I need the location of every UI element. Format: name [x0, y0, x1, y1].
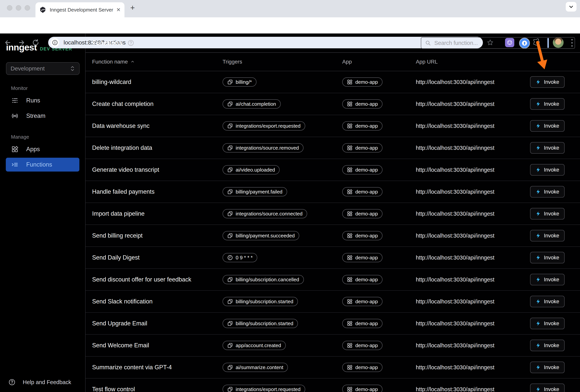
table-row[interactable]: Send Slack notification billing/subscrip…	[86, 291, 580, 313]
trigger-badge[interactable]: integrations/source.connected	[223, 209, 307, 218]
tab-close-icon[interactable]: ✕	[116, 7, 121, 13]
trigger-badge[interactable]: billing/payment.failed	[223, 187, 287, 196]
function-name[interactable]: Send Welcome Email	[92, 342, 223, 349]
app-badge[interactable]: demo-app	[342, 165, 383, 175]
app-badge[interactable]: demo-app	[342, 121, 383, 130]
app-badge[interactable]: demo-app	[342, 363, 383, 372]
table-row[interactable]: Data warehouse sync integrations/export.…	[86, 115, 580, 137]
function-name[interactable]: Create chat completion	[92, 100, 223, 107]
table-row[interactable]: Send Welcome Email app/account.created d…	[86, 335, 580, 357]
table-row[interactable]: Generate video transcript ai/video.uploa…	[86, 159, 580, 181]
column-header-app[interactable]: App	[342, 59, 416, 65]
app-badge[interactable]: demo-app	[342, 385, 383, 392]
app-badge[interactable]: demo-app	[342, 231, 383, 240]
invoke-button[interactable]: Invoke	[530, 318, 565, 329]
table-row[interactable]: billing-wildcard billing/* demo-app http…	[86, 71, 580, 93]
tab-search-button[interactable]	[566, 2, 577, 11]
function-name[interactable]: Delete integration data	[92, 144, 223, 151]
browser-tab[interactable]: Inngest Development Server ✕	[35, 2, 125, 17]
function-name[interactable]: Send billing receipt	[92, 232, 223, 239]
site-info-icon[interactable]	[50, 38, 59, 47]
invoke-button[interactable]: Invoke	[530, 252, 565, 263]
app-badge[interactable]: demo-app	[342, 319, 383, 328]
trigger-badge[interactable]: app/account.created	[223, 341, 286, 350]
function-name[interactable]: Send discount offer for user feedback	[92, 276, 223, 283]
forward-button[interactable]	[17, 38, 26, 47]
function-name[interactable]: Test flow control	[92, 386, 223, 392]
trigger-badge[interactable]: integrations/source.removed	[223, 143, 303, 153]
invoke-button[interactable]: Invoke	[530, 76, 565, 88]
invoke-button[interactable]: Invoke	[530, 230, 565, 241]
page-help-icon[interactable]	[128, 40, 134, 46]
environment-selector[interactable]: Development	[6, 62, 80, 75]
app-badge[interactable]: demo-app	[342, 275, 383, 284]
table-row[interactable]: Test flow control integrations/export.re…	[86, 379, 580, 392]
column-header-function-name[interactable]: Function name	[92, 59, 223, 65]
trigger-badge[interactable]: billing/subscription.cancelled	[223, 275, 304, 284]
invoke-button[interactable]: Invoke	[530, 384, 565, 392]
invoke-button[interactable]: Invoke	[530, 186, 565, 197]
window-controls[interactable]	[7, 5, 30, 10]
trigger-badge[interactable]: billing/*	[223, 77, 257, 87]
trigger-badge[interactable]: ai/chat.completion	[223, 99, 281, 108]
function-name[interactable]: Send Upgrade Email	[92, 320, 223, 327]
trigger-badge[interactable]: integrations/export.requested	[223, 385, 305, 392]
function-name[interactable]: Send Daily Digest	[92, 254, 223, 261]
sidebar-item-functions[interactable]: Functions	[6, 158, 79, 172]
table-row[interactable]: Send Upgrade Email billing/subscription.…	[86, 313, 580, 335]
invoke-button[interactable]: Invoke	[530, 120, 565, 132]
window-minimize-button[interactable]	[16, 5, 21, 10]
column-header-triggers[interactable]: Triggers	[223, 59, 342, 65]
function-name[interactable]: billing-wildcard	[92, 79, 223, 86]
app-badge[interactable]: demo-app	[342, 253, 383, 262]
table-row[interactable]: Summarize content via GPT-4 ai/summarize…	[86, 357, 580, 379]
function-name[interactable]: Generate video transcript	[92, 166, 223, 173]
search-box[interactable]	[421, 37, 575, 49]
app-badge[interactable]: demo-app	[342, 143, 383, 153]
table-row[interactable]: Create chat completion ai/chat.completio…	[86, 93, 580, 115]
app-badge[interactable]: demo-app	[342, 209, 383, 218]
table-row[interactable]: Send Daily Digest 0 9 * * * demo-app htt…	[86, 247, 580, 269]
window-close-button[interactable]	[7, 5, 12, 10]
column-header-app-url[interactable]: App URL	[416, 59, 532, 65]
new-tab-button[interactable]: +	[128, 3, 137, 12]
invoke-button[interactable]: Invoke	[530, 208, 565, 219]
sidebar-item-stream[interactable]: Stream	[6, 109, 79, 123]
function-name[interactable]: Import data pipeline	[92, 210, 223, 217]
app-badge[interactable]: demo-app	[342, 297, 383, 306]
trigger-badge[interactable]: 0 9 * * *	[223, 253, 257, 262]
function-name[interactable]: Send Slack notification	[92, 298, 223, 305]
help-and-feedback[interactable]: Help and Feedback	[8, 379, 85, 386]
sidebar-item-apps[interactable]: Apps	[6, 142, 79, 156]
invoke-button[interactable]: Invoke	[530, 142, 565, 154]
invoke-button[interactable]: Invoke	[530, 296, 565, 307]
function-name[interactable]: Data warehouse sync	[92, 122, 223, 129]
table-row[interactable]: Send discount offer for user feedback bi…	[86, 269, 580, 291]
function-name[interactable]: Summarize content via GPT-4	[92, 364, 223, 371]
app-badge[interactable]: demo-app	[342, 77, 383, 87]
function-name[interactable]: Handle failed payments	[92, 188, 223, 195]
window-zoom-button[interactable]	[25, 5, 30, 10]
invoke-button[interactable]: Invoke	[530, 164, 565, 176]
table-row[interactable]: Handle failed payments billing/payment.f…	[86, 181, 580, 203]
sidebar-item-runs[interactable]: Runs	[6, 94, 79, 107]
invoke-button[interactable]: Invoke	[530, 362, 565, 373]
trigger-badge[interactable]: integrations/export.requested	[223, 121, 305, 130]
invoke-button[interactable]: Invoke	[530, 98, 565, 110]
trigger-badge[interactable]: billing/subscription.started	[223, 319, 298, 328]
back-button[interactable]	[3, 38, 12, 47]
invoke-button[interactable]: Invoke	[530, 274, 565, 285]
reload-button[interactable]	[31, 38, 40, 47]
table-row[interactable]: Send billing receipt billing/payment.suc…	[86, 225, 580, 247]
trigger-badge[interactable]: billing/payment.succeeded	[223, 231, 299, 240]
trigger-badge[interactable]: ai/summarize.content	[223, 363, 288, 372]
table-row[interactable]: Delete integration data integrations/sou…	[86, 137, 580, 159]
table-row[interactable]: Import data pipeline integrations/source…	[86, 203, 580, 225]
app-badge[interactable]: demo-app	[342, 99, 383, 108]
invoke-button[interactable]: Invoke	[530, 340, 565, 351]
app-badge[interactable]: demo-app	[342, 187, 383, 196]
search-input[interactable]	[434, 40, 566, 46]
app-badge[interactable]: demo-app	[342, 341, 383, 350]
trigger-badge[interactable]: billing/subscription.started	[223, 297, 298, 306]
trigger-badge[interactable]: ai/video.uploaded	[223, 165, 280, 175]
